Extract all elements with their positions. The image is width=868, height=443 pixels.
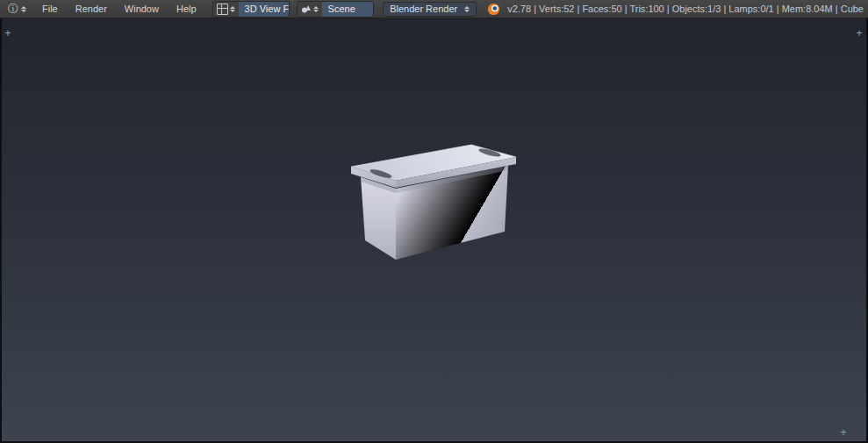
scene-icon (301, 4, 312, 14)
chevron-up-down-icon (464, 6, 470, 12)
render-engine-dropdown[interactable]: Blender Render (383, 2, 477, 17)
info-header: ⓘ File Render Window Help 3D View Full +… (0, 0, 868, 18)
info-editor-icon: ⓘ (8, 4, 18, 14)
viewport-3d[interactable]: + + + (2, 18, 866, 441)
screen-layout-name-field[interactable]: 3D View Full (239, 2, 290, 17)
editor-type-selector[interactable]: ⓘ (4, 2, 30, 17)
render-engine-value: Blender Render (390, 4, 457, 14)
screen-layout-block: 3D View Full + × (212, 1, 290, 18)
menu-render[interactable]: Render (67, 1, 116, 17)
scene-name: Scene (328, 4, 355, 14)
menu-file[interactable]: File (33, 1, 67, 17)
menu-window[interactable]: Window (116, 1, 168, 17)
blender-window: ⓘ File Render Window Help 3D View Full +… (0, 0, 868, 443)
expand-region-icon-top-left[interactable]: + (3, 29, 13, 39)
scene-block: Scene + × (297, 1, 375, 18)
status-stats: v2.78 | Verts:52 | Faces:50 | Tris:100 |… (507, 4, 864, 14)
screen-layout-icon (217, 4, 228, 15)
blender-logo-icon (487, 3, 500, 16)
scene-browse-button[interactable] (298, 2, 322, 17)
expand-region-icon-bottom-right[interactable]: + (838, 428, 849, 439)
screen-layout-name: 3D View Full (245, 4, 290, 14)
chevron-up-down-icon (230, 6, 235, 12)
menu-bar: File Render Window Help (33, 1, 205, 17)
viewport-canvas (2, 18, 866, 441)
cube-object[interactable] (351, 145, 516, 260)
menu-help[interactable]: Help (168, 1, 205, 17)
chevron-up-down-icon (21, 6, 26, 12)
chevron-up-down-icon (313, 6, 319, 12)
screen-layout-browse-button[interactable] (213, 2, 239, 17)
expand-region-icon-top-right[interactable]: + (854, 29, 864, 39)
scene-name-field[interactable]: Scene (322, 2, 375, 17)
